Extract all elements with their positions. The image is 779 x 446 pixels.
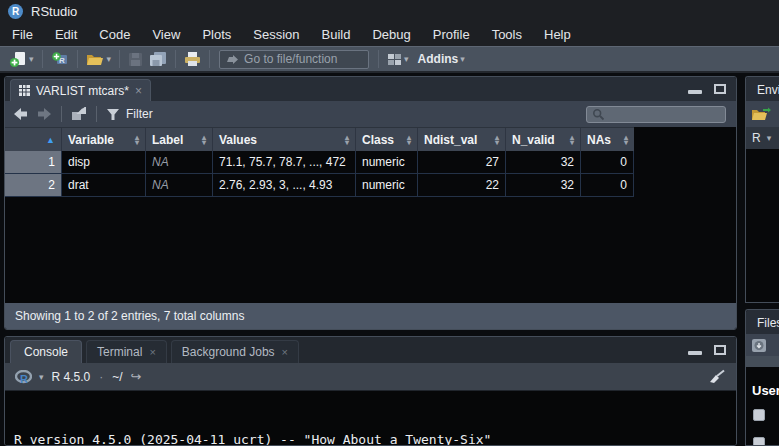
data-grid-icon: [19, 85, 30, 96]
tab-background-jobs[interactable]: Background Jobs ×: [171, 340, 299, 363]
cell-ndist-val: 22: [418, 174, 506, 196]
viewer-status-bar: Showing 1 to 2 of 2 entries, 7 total col…: [5, 303, 736, 329]
menu-file[interactable]: File: [1, 27, 44, 42]
save-all-icon: [149, 51, 167, 67]
open-file-button[interactable]: ▾: [83, 50, 115, 69]
menu-plots[interactable]: Plots: [191, 27, 242, 42]
maximize-icon[interactable]: [714, 345, 726, 355]
menu-tools[interactable]: Tools: [481, 27, 533, 42]
toolbar-separator: [61, 106, 62, 122]
save-all-button[interactable]: [146, 49, 170, 69]
goto-arrow-icon: [226, 53, 239, 65]
close-icon[interactable]: ×: [149, 347, 155, 357]
goto-directory-icon[interactable]: ↪: [131, 369, 142, 384]
console-output[interactable]: R version 4.5.0 (2025-04-11 ucrt) -- "Ho…: [5, 391, 736, 446]
caret-down-icon[interactable]: ▾: [29, 54, 34, 64]
sorted-ascending-icon: ▲: [46, 135, 55, 145]
environment-pane: Environment R ▾: [745, 76, 779, 303]
caret-down-icon[interactable]: ▾: [39, 372, 44, 382]
svg-text:R: R: [20, 372, 28, 384]
workspace-panes-button[interactable]: ▾: [384, 51, 412, 68]
tab-console[interactable]: Console: [10, 340, 82, 363]
column-label: N_valid: [512, 133, 555, 147]
new-blank-file-icon[interactable]: [751, 337, 767, 353]
column-header-values[interactable]: Values ▴▾: [213, 128, 356, 151]
console-tabstrip: Console Terminal × Background Jobs ×: [5, 337, 736, 363]
sort-arrows-icon: ▴▾: [620, 135, 628, 145]
new-project-icon: R: [51, 51, 69, 68]
column-header-rownum[interactable]: ▲: [5, 128, 62, 151]
caret-down-icon[interactable]: ▾: [107, 54, 112, 64]
table-row[interactable]: 2 drat NA 2.76, 2.93, 3, ..., 4.93 numer…: [5, 174, 634, 197]
close-icon[interactable]: ×: [282, 347, 288, 357]
filter-button[interactable]: Filter: [106, 107, 153, 121]
viewer-search-box[interactable]: [586, 106, 726, 123]
menu-code[interactable]: Code: [88, 27, 141, 42]
minimize-icon[interactable]: [688, 351, 702, 355]
close-icon[interactable]: ×: [135, 86, 142, 96]
environment-language-selector[interactable]: R ▾: [746, 127, 779, 149]
column-header-ndist-val[interactable]: Ndist_val ▴▾: [418, 128, 506, 151]
column-header-class[interactable]: Class ▴▾: [356, 128, 418, 151]
menu-profile[interactable]: Profile: [422, 27, 481, 42]
new-file-button[interactable]: ▾: [6, 49, 37, 70]
column-header-n-valid[interactable]: N_valid ▴▾: [506, 128, 581, 151]
goto-file-function-box[interactable]: [219, 50, 369, 69]
table-row[interactable]: 1 disp NA 71.1, 75.7, 78.7, ..., 472 num…: [5, 151, 634, 174]
r-version-label[interactable]: R 4.5.0: [52, 370, 91, 384]
menu-help[interactable]: Help: [533, 27, 582, 42]
caret-down-icon[interactable]: ▾: [460, 54, 465, 64]
maximize-icon[interactable]: [714, 84, 726, 94]
column-label: Variable: [68, 133, 114, 147]
viewer-toolbar: Filter: [5, 101, 736, 127]
tab-files[interactable]: Files: [751, 312, 779, 334]
sort-arrows-icon: ▴▾: [131, 135, 139, 145]
cell-nas: 0: [581, 174, 634, 196]
cell-label: NA: [146, 174, 213, 196]
console-toolbar: R ▾ R 4.5.0 · ~/ ↪: [5, 363, 736, 391]
tab-varlist-mtcars[interactable]: VARLIST mtcars* ×: [10, 79, 151, 101]
r-logo-icon: R: [15, 370, 32, 384]
menu-debug[interactable]: Debug: [361, 27, 421, 42]
clear-console-button[interactable]: [708, 369, 726, 384]
files-path-row: [746, 356, 779, 367]
column-header-variable[interactable]: Variable ▴▾: [62, 128, 146, 151]
files-path-label[interactable]: Users: [752, 383, 779, 398]
toolbar-separator: [42, 50, 43, 68]
viewer-search-input[interactable]: [605, 107, 715, 121]
cell-variable: drat: [62, 174, 146, 196]
tab-title: VARLIST mtcars*: [36, 84, 129, 98]
forward-button[interactable]: [36, 107, 52, 121]
menu-edit[interactable]: Edit: [44, 27, 88, 42]
popout-window-button[interactable]: [71, 107, 87, 121]
goto-file-function-input[interactable]: [244, 52, 362, 66]
pane-window-buttons: [688, 77, 726, 101]
file-checkbox[interactable]: [753, 409, 765, 421]
files-tabstrip: Files: [746, 310, 779, 334]
column-header-nas[interactable]: NAs ▴▾: [581, 128, 634, 151]
save-button[interactable]: [125, 50, 146, 69]
console-pane: Console Terminal × Background Jobs × R ▾…: [4, 336, 737, 446]
caret-down-icon[interactable]: ▾: [404, 54, 409, 64]
column-header-label[interactable]: Label ▴▾: [146, 128, 213, 151]
menu-session[interactable]: Session: [242, 27, 310, 42]
main-toolbar: ▾ R ▾ ▾ Addins ▾: [0, 46, 779, 73]
tab-environment[interactable]: Environment: [751, 79, 779, 101]
new-project-button[interactable]: R: [48, 49, 72, 70]
sort-arrows-icon: ▴▾: [566, 135, 574, 145]
r-language-label: R: [752, 131, 761, 145]
print-button[interactable]: [181, 49, 204, 69]
sort-arrows-icon: ▴▾: [491, 135, 499, 145]
tab-terminal[interactable]: Terminal ×: [86, 340, 167, 363]
cell-n-valid: 32: [506, 174, 581, 196]
file-checkbox[interactable]: [753, 437, 765, 446]
environment-tabstrip: Environment: [746, 77, 779, 101]
back-button[interactable]: [13, 107, 29, 121]
menu-build[interactable]: Build: [311, 27, 362, 42]
sort-arrows-icon: ▴▾: [198, 135, 206, 145]
load-workspace-folder-icon[interactable]: [751, 107, 771, 122]
addins-button[interactable]: Addins: [418, 52, 459, 66]
menu-view[interactable]: View: [141, 27, 191, 42]
rstudio-logo-icon: R: [8, 4, 23, 19]
minimize-icon[interactable]: [688, 90, 702, 94]
